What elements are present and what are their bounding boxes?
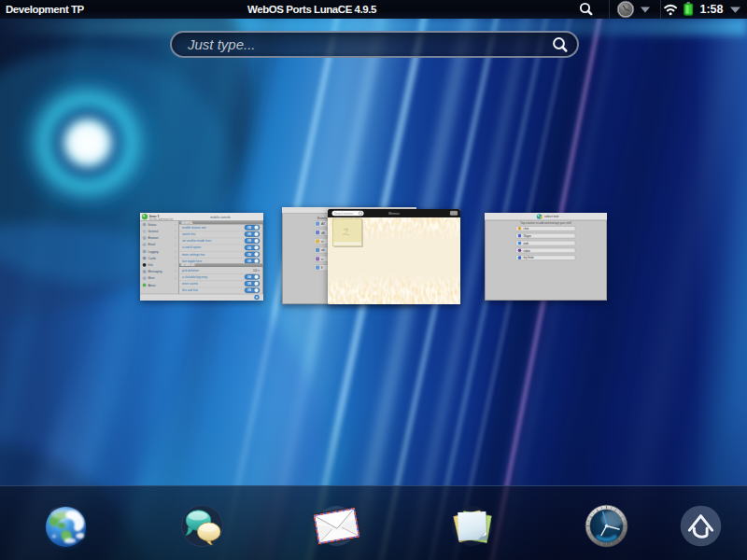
svg-text:Search memos: Search memos [334, 212, 354, 216]
svg-text:set another mode here: set another mode here [182, 239, 211, 243]
svg-text:Info: Info [148, 263, 153, 267]
svg-text:mobile controls: mobile controls [210, 216, 231, 219]
svg-text:Tap a button to add and manage: Tap a button to add and manage your stuf… [520, 221, 571, 225]
svg-text:enable feature one: enable feature one [182, 226, 206, 230]
svg-text:›: › [175, 236, 176, 240]
svg-text:vi: vi [321, 258, 324, 261]
svg-text:reset counts: reset counts [182, 282, 198, 286]
svg-text:Cards: Cards [148, 257, 157, 260]
svg-text:Status: Status [148, 223, 157, 227]
svg-text:dB: dB [321, 231, 325, 235]
svg-text:Logging: Logging [148, 250, 159, 254]
svg-text:switch this: switch this [182, 232, 196, 236]
svg-text:ab: ab [321, 248, 325, 252]
svg-text:a useful option: a useful option [182, 245, 201, 249]
svg-text:ON: ON [247, 282, 251, 286]
svg-text:100 ▾: 100 ▾ [253, 269, 260, 273]
svg-text:ON: ON [247, 288, 251, 292]
svg-text:ON: ON [247, 246, 251, 250]
svg-text:›: › [175, 257, 176, 260]
svg-text:Email: Email [148, 243, 156, 246]
svg-text:ON: ON [247, 253, 251, 257]
svg-text:About: About [148, 284, 156, 287]
svg-text:Memos: Memos [388, 212, 400, 216]
svg-text:my finds: my finds [524, 256, 535, 259]
svg-text:ON: ON [247, 259, 251, 263]
svg-text:›: › [175, 223, 176, 227]
svg-text:›: › [175, 270, 176, 273]
svg-text:Skype: Skype [524, 234, 532, 238]
svg-text:Messaging: Messaging [148, 270, 162, 273]
svg-text:pick delimiter: pick delimiter [182, 269, 199, 273]
svg-text:web: web [524, 242, 529, 245]
svg-text:›: › [175, 244, 176, 247]
svg-text:More: More [148, 276, 155, 280]
svg-text:›: › [175, 277, 176, 281]
svg-text:ON: ON [247, 232, 251, 236]
svg-text:this and that: this and that [182, 288, 198, 292]
svg-text:General: General [148, 230, 159, 233]
svg-text:ADVANCED: ADVANCED [181, 263, 195, 267]
svg-text:more settings text: more settings text [182, 253, 205, 257]
svg-text:›: › [175, 263, 176, 267]
svg-text:a clickable big entry: a clickable big entry [182, 275, 208, 279]
svg-text:GENERAL: GENERAL [181, 221, 193, 225]
svg-text:chat: chat [524, 227, 529, 231]
svg-text:video: video [524, 249, 531, 253]
svg-text:ON: ON [247, 226, 251, 230]
svg-text:All: All [321, 222, 325, 226]
svg-text:Browser: Browser [148, 236, 159, 240]
svg-text:select text: select text [544, 215, 558, 218]
svg-text:›: › [175, 230, 176, 233]
svg-text:ON: ON [247, 239, 251, 243]
svg-text:ON: ON [247, 275, 251, 279]
svg-text:›: › [175, 250, 176, 254]
svg-text:st: st [321, 240, 324, 244]
svg-text:last toggle here: last toggle here [182, 259, 202, 263]
